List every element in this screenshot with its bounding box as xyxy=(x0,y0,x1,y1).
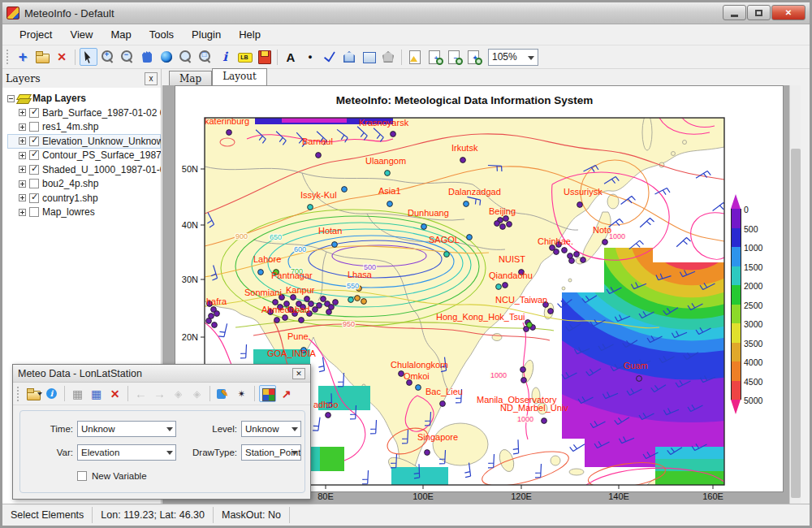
layout-refresh-icon[interactable]: ✦ xyxy=(464,48,482,66)
layer-item[interactable]: Map_lowres xyxy=(7,206,161,220)
menu-tools[interactable]: Tools xyxy=(140,25,183,44)
animate-icon[interactable]: ◈ xyxy=(170,385,187,402)
expand-icon[interactable] xyxy=(19,123,26,131)
layout-zoom-out-glyph: − xyxy=(448,51,463,66)
layout-zoom-out-icon[interactable]: − xyxy=(445,48,463,66)
pan-icon[interactable] xyxy=(138,48,156,66)
expand-icon[interactable] xyxy=(19,137,26,145)
drawtype-combo[interactable]: Station_Point xyxy=(241,444,301,461)
map-draw-icon[interactable] xyxy=(259,385,276,402)
layout-zoom-combo[interactable]: 105% xyxy=(488,49,538,66)
expand-icon[interactable] xyxy=(19,152,26,159)
time-combo[interactable]: Unknow xyxy=(77,421,176,437)
expand-icon[interactable] xyxy=(19,209,26,216)
toolbar-grip xyxy=(6,50,11,64)
layer-item[interactable]: res1_4m.shp xyxy=(7,120,161,135)
menu-help[interactable]: Help xyxy=(230,25,270,44)
title-bar[interactable]: MeteoInfo - Default ✕ xyxy=(2,2,810,24)
level-combo[interactable]: Unknow xyxy=(241,421,301,437)
layer-checkbox[interactable] xyxy=(29,150,39,160)
menu-view[interactable]: View xyxy=(61,25,102,44)
collapse-icon[interactable] xyxy=(7,95,15,102)
new-layout-icon[interactable] xyxy=(406,48,424,66)
rect-anno-icon[interactable] xyxy=(360,48,378,66)
animate-save-icon[interactable]: ◈ xyxy=(188,385,205,402)
layer-item[interactable]: Contour_PS_Surface_1987-0 xyxy=(7,149,161,163)
layer-checkbox[interactable] xyxy=(29,136,39,146)
layer-checkbox[interactable] xyxy=(29,108,39,118)
dialog-title-bar[interactable]: Meteo Data - LonLatStation ✕ xyxy=(13,365,310,383)
layout-zoom-in-icon[interactable]: + xyxy=(425,48,443,66)
dialog-close-button[interactable]: ✕ xyxy=(292,368,305,379)
vertical-scrollbar[interactable] xyxy=(789,85,801,504)
polyline-anno-icon[interactable] xyxy=(321,48,339,66)
table-view-icon[interactable]: ▦ xyxy=(88,385,105,402)
maximize-button[interactable] xyxy=(747,5,771,20)
expand-icon[interactable] xyxy=(19,166,26,173)
polygon-anno-icon[interactable] xyxy=(340,48,358,66)
remove-data-icon[interactable]: ✕ xyxy=(106,385,123,402)
layers-tree-root[interactable]: Map Layers xyxy=(7,91,161,106)
menu-plugin[interactable]: Plugin xyxy=(183,25,230,44)
expand-icon[interactable] xyxy=(19,109,26,116)
svg-text:Hong_Kong_Hok_Tsui: Hong_Kong_Hok_Tsui xyxy=(436,312,525,322)
zoom-out-icon[interactable]: − xyxy=(119,48,136,66)
layer-item[interactable]: bou2_4p.shp xyxy=(7,177,161,192)
zoom-window-glyph: □ xyxy=(194,43,214,66)
svg-text:40N: 40N xyxy=(182,220,198,230)
layer-checkbox[interactable] xyxy=(29,179,39,188)
data-info-icon[interactable]: i xyxy=(43,385,60,402)
tab-map[interactable]: Map xyxy=(169,71,212,85)
select-icon[interactable] xyxy=(80,48,97,66)
open-project-icon[interactable] xyxy=(33,48,51,66)
zoom-free-icon[interactable] xyxy=(177,48,195,66)
new-variable-checkbox[interactable] xyxy=(77,471,87,481)
layer-item[interactable]: Elevation_Unknow_Unknow xyxy=(7,134,161,149)
view-tabs: MapLayout xyxy=(162,69,810,85)
station-model-icon[interactable]: ✴ xyxy=(233,385,250,402)
identify-icon[interactable]: i xyxy=(216,48,234,66)
zoom-window-icon[interactable]: □ xyxy=(197,48,214,66)
zoom-in-icon[interactable]: + xyxy=(99,48,117,66)
layer-item[interactable]: country1.shp xyxy=(7,191,161,206)
meteo-data-dialog[interactable]: Meteo Data - LonLatStation ✕ i▦▦✕←→◈◈✎✴↗… xyxy=(12,364,311,500)
tab-layout[interactable]: Layout xyxy=(212,68,267,85)
add-layer-icon[interactable]: + xyxy=(14,48,32,66)
remove-layer-icon[interactable]: ✕ xyxy=(53,48,71,66)
svg-text:Omkoi: Omkoi xyxy=(404,371,430,381)
text-anno-icon[interactable]: A xyxy=(282,48,300,66)
layer-label: Barb_Surface_1987-01-02 00 xyxy=(42,107,161,119)
save-figure-icon[interactable] xyxy=(255,48,273,66)
layer-checkbox[interactable] xyxy=(29,165,39,175)
expand-icon[interactable] xyxy=(19,194,26,201)
expand-icon[interactable] xyxy=(19,180,26,188)
prev-time-icon[interactable]: ← xyxy=(132,385,149,402)
draw-setting-icon[interactable]: ✎ xyxy=(214,385,231,402)
svg-text:Issyk-Kul: Issyk-Kul xyxy=(300,190,337,200)
minimize-button[interactable] xyxy=(723,5,746,20)
menu-map[interactable]: Map xyxy=(102,25,140,44)
layer-checkbox[interactable] xyxy=(29,207,39,217)
next-time-glyph: → xyxy=(151,385,168,402)
profile-chart-icon[interactable]: ↗ xyxy=(278,385,295,402)
polygon-edit-icon[interactable] xyxy=(379,48,397,66)
menu-project[interactable]: Project xyxy=(11,25,61,44)
grid-view-icon[interactable]: ▦ xyxy=(69,385,86,402)
var-combo[interactable]: Elevation xyxy=(77,444,176,461)
grid-view-glyph: ▦ xyxy=(69,385,86,402)
layer-checkbox[interactable] xyxy=(29,122,39,132)
close-button[interactable]: ✕ xyxy=(771,5,806,20)
open-data-icon[interactable] xyxy=(24,385,41,402)
label-icon[interactable]: LB xyxy=(235,48,253,66)
point-anno-icon[interactable]: ● xyxy=(301,48,319,66)
layer-checkbox[interactable] xyxy=(29,193,39,203)
layer-item[interactable]: Barb_Surface_1987-01-02 00 xyxy=(7,106,161,120)
level-value: Unknow xyxy=(245,424,279,434)
legend-label: 1000 xyxy=(744,243,762,253)
next-time-icon[interactable]: → xyxy=(151,385,168,402)
scrollbar-thumb[interactable] xyxy=(791,149,801,498)
full-extent-icon[interactable] xyxy=(158,48,175,66)
dropdown-arrow-icon xyxy=(528,56,534,63)
layers-panel-close-button[interactable]: x xyxy=(145,72,158,85)
layer-item[interactable]: Shaded_U_1000_1987-01-02 xyxy=(7,162,161,177)
